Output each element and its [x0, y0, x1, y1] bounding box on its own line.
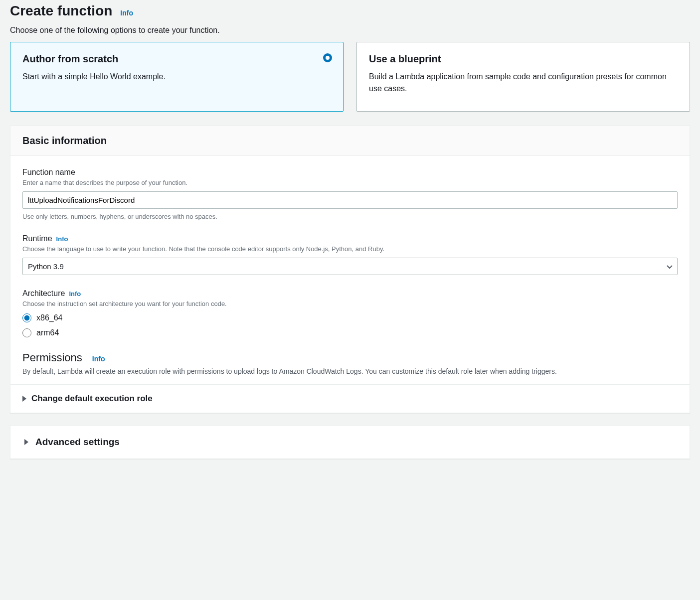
runtime-hint: Choose the language to use to write your…: [22, 245, 678, 253]
info-link-architecture[interactable]: Info: [69, 290, 81, 298]
architecture-option-x86[interactable]: x86_64: [22, 313, 678, 322]
basic-information-panel: Basic information Function name Enter a …: [10, 126, 690, 413]
runtime-label: Runtime: [22, 234, 52, 243]
runtime-select[interactable]: Python 3.9: [22, 258, 678, 275]
option-use-blueprint[interactable]: Use a blueprint Build a Lambda applicati…: [356, 42, 690, 112]
permissions-desc: By default, Lambda will create an execut…: [22, 367, 678, 375]
advanced-settings-label: Advanced settings: [35, 437, 120, 448]
option-title: Use a blueprint: [369, 53, 678, 65]
function-name-input[interactable]: [22, 191, 678, 209]
radio-input[interactable]: [22, 313, 31, 322]
info-link-header[interactable]: Info: [120, 9, 133, 17]
caret-right-icon: [22, 396, 26, 402]
architecture-hint: Choose the instruction set architecture …: [22, 300, 678, 307]
info-link-permissions[interactable]: Info: [92, 355, 105, 363]
function-name-label: Function name: [22, 168, 75, 177]
change-default-execution-role-toggle[interactable]: Change default execution role: [10, 384, 690, 413]
function-name-hint: Enter a name that describes the purpose …: [22, 179, 678, 186]
permissions-label: Permissions: [22, 351, 82, 364]
expander-label: Change default execution role: [31, 394, 153, 404]
advanced-settings-toggle[interactable]: Advanced settings: [10, 426, 690, 458]
option-desc: Start with a simple Hello World example.: [22, 71, 331, 83]
page-title: Create function: [10, 3, 112, 19]
option-desc: Build a Lambda application from sample c…: [369, 71, 678, 95]
option-title: Author from scratch: [22, 53, 331, 65]
option-author-from-scratch[interactable]: Author from scratch Start with a simple …: [10, 42, 344, 112]
page-subtitle: Choose one of the following options to c…: [10, 26, 690, 35]
radio-input[interactable]: [22, 328, 31, 337]
architecture-label: Architecture: [22, 289, 65, 298]
radio-label: arm64: [36, 328, 59, 337]
panel-heading: Basic information: [10, 126, 690, 156]
caret-right-icon: [24, 439, 28, 445]
radio-selected-icon: [323, 53, 332, 62]
function-name-constraint: Use only letters, numbers, hyphens, or u…: [22, 213, 678, 220]
advanced-settings-panel: Advanced settings: [10, 425, 690, 459]
architecture-option-arm64[interactable]: arm64: [22, 328, 678, 337]
radio-label: x86_64: [36, 313, 63, 322]
info-link-runtime[interactable]: Info: [56, 235, 68, 243]
